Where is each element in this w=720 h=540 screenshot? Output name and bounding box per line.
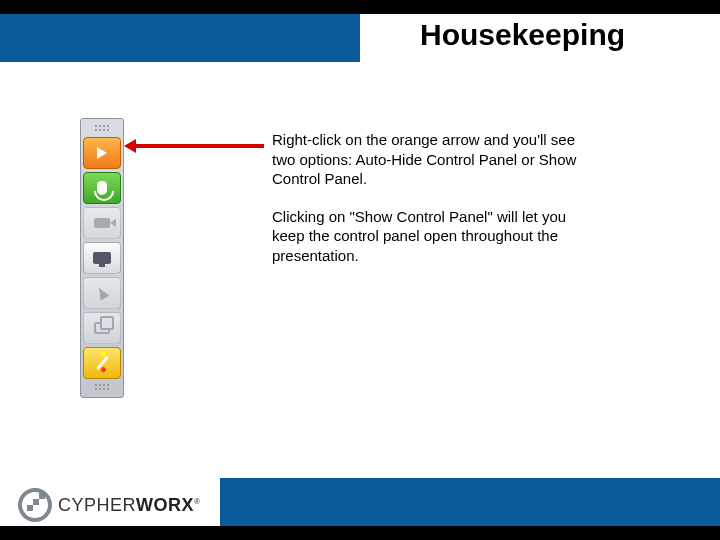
top-stripe (0, 0, 720, 14)
gotowebinar-toolbar (80, 118, 124, 398)
drawing-tools-button[interactable] (83, 347, 121, 379)
instruction-text: Right-click on the orange arrow and you'… (272, 130, 602, 283)
bottom-stripe (0, 526, 720, 540)
pointer-button[interactable] (83, 277, 121, 309)
expand-arrow-button[interactable] (83, 137, 121, 169)
slide-title: Housekeeping (420, 18, 625, 52)
logo-text: CYPHERWORX® (58, 495, 200, 516)
camera-icon (94, 218, 110, 228)
webcam-button[interactable] (83, 207, 121, 239)
cypherworx-logo: CYPHERWORX® (18, 488, 200, 522)
share-button[interactable] (83, 312, 121, 344)
grip-handle-icon (83, 123, 121, 134)
footer-bar-blue (220, 478, 720, 526)
monitor-icon (93, 252, 111, 264)
grip-handle-icon (83, 382, 121, 393)
arrow-right-icon (97, 147, 107, 159)
annotation-arrow-icon (134, 144, 264, 148)
share-icon (94, 322, 110, 334)
mic-icon (97, 181, 107, 195)
screen-button[interactable] (83, 242, 121, 274)
logo-mark-icon (18, 488, 52, 522)
pen-icon (96, 356, 109, 370)
title-bar-blue (0, 14, 360, 62)
paragraph-2: Clicking on "Show Control Panel" will le… (272, 207, 602, 266)
paragraph-1: Right-click on the orange arrow and you'… (272, 130, 602, 189)
mic-button[interactable] (83, 172, 121, 204)
pointer-icon (95, 285, 110, 300)
